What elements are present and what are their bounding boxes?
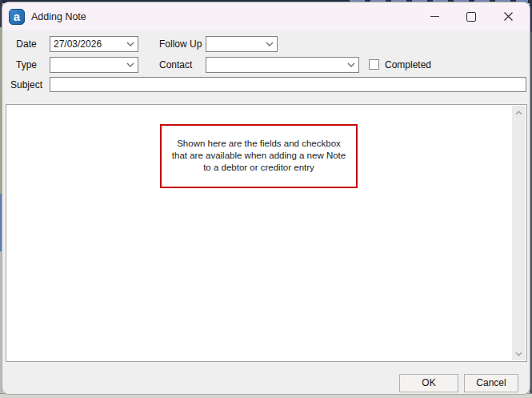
contact-label: Contact: [159, 57, 192, 73]
close-icon: [503, 11, 514, 22]
svg-text:a: a: [14, 10, 21, 23]
type-combobox[interactable]: [50, 57, 138, 73]
cancel-button[interactable]: Cancel: [464, 374, 518, 392]
chevron-down-icon: [262, 42, 277, 46]
ok-button[interactable]: OK: [399, 374, 458, 392]
type-label: Type: [3, 57, 50, 73]
minimize-button[interactable]: [416, 2, 453, 30]
date-value: 27/03/2026: [50, 37, 123, 51]
scroll-down-button[interactable]: [512, 347, 526, 360]
annotation-line: to a debtor or creditor entry: [162, 162, 356, 174]
annotation-line: Shown here are the fields and checkbox: [162, 138, 356, 150]
scroll-up-button[interactable]: [512, 106, 526, 119]
annotation-callout: Shown here are the fields and checkbox t…: [160, 124, 358, 188]
completed-checkbox[interactable]: [369, 59, 379, 70]
follow-up-combobox[interactable]: [206, 36, 278, 52]
chevron-up-icon: [515, 111, 522, 115]
subject-label: Subject: [3, 77, 50, 93]
title-bar: a Adding Note: [2, 2, 530, 30]
minimize-icon: [430, 16, 439, 17]
chevron-down-icon: [123, 62, 138, 67]
maximize-button[interactable]: [453, 2, 490, 30]
date-label: Date: [3, 36, 50, 52]
annotation-line: that are available when adding a new Not…: [162, 150, 356, 162]
note-text-area[interactable]: Shown here are the fields and checkbox t…: [6, 104, 527, 362]
chevron-down-icon: [344, 62, 358, 67]
contact-combobox[interactable]: [206, 57, 359, 73]
chevron-down-icon: [123, 42, 138, 46]
app-logo-icon: a: [9, 9, 25, 25]
vertical-scrollbar[interactable]: [512, 106, 526, 360]
adding-note-dialog: a Adding Note Date 27/03/2026 Follow Up …: [2, 2, 530, 394]
subject-input[interactable]: [50, 77, 526, 92]
follow-up-label: Follow Up: [159, 36, 202, 52]
completed-label: Completed: [385, 57, 431, 73]
chevron-down-icon: [515, 352, 522, 356]
close-button[interactable]: [490, 2, 526, 30]
date-combobox[interactable]: 27/03/2026: [50, 36, 138, 52]
window-title: Adding Note: [31, 11, 86, 22]
maximize-icon: [466, 12, 476, 22]
